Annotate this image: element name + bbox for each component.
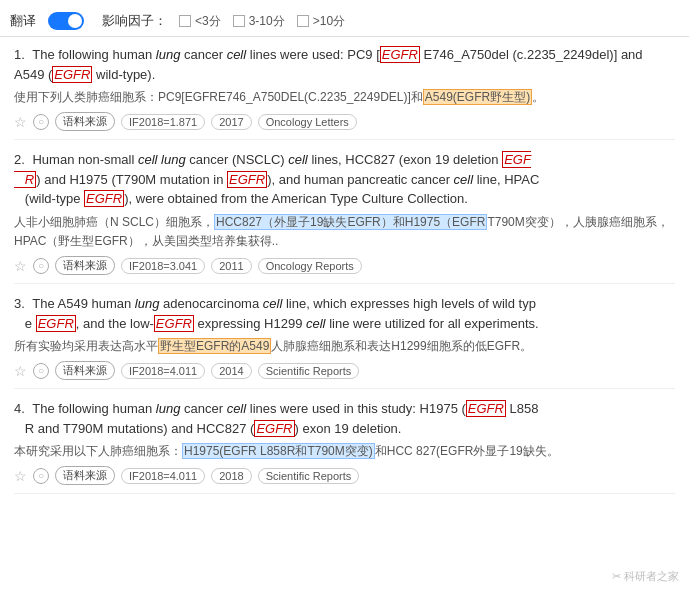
watermark: ✂ 科研者之家: [612, 569, 679, 584]
filter-3to10-checkbox[interactable]: [233, 15, 245, 27]
result-4-circle[interactable]: ○: [33, 468, 49, 484]
result-3-if-tag[interactable]: IF2018=4.011: [121, 363, 205, 379]
result-3-source-tag[interactable]: 语料来源: [55, 361, 115, 380]
result-2-meta: ☆ ○ 语料来源 IF2018=3.041 2011 Oncology Repo…: [14, 256, 675, 275]
result-3-circle[interactable]: ○: [33, 363, 49, 379]
result-2-english: 2. Human non-small cell lung cancer (NSC…: [14, 150, 675, 209]
result-1-year-tag[interactable]: 2017: [211, 114, 251, 130]
result-2-journal-tag[interactable]: Oncology Reports: [258, 258, 362, 274]
result-1-if-tag[interactable]: IF2018=1.871: [121, 114, 205, 130]
filter-lt3-label: <3分: [195, 13, 221, 30]
result-1-source-tag[interactable]: 语料来源: [55, 112, 115, 131]
filter-gt10-checkbox[interactable]: [297, 15, 309, 27]
result-3-year-tag[interactable]: 2014: [211, 363, 251, 379]
result-2-circle[interactable]: ○: [33, 258, 49, 274]
result-4-english: 4. The following human lung cancer cell …: [14, 399, 675, 438]
result-2: 2. Human non-small cell lung cancer (NSC…: [14, 150, 675, 284]
result-2-source-tag[interactable]: 语料来源: [55, 256, 115, 275]
result-4-highlight: H1975(EGFR L858R和T790M突变): [182, 443, 375, 459]
result-3-journal-tag[interactable]: Scientific Reports: [258, 363, 360, 379]
result-1-chinese: 使用下列人类肺癌细胞系：PC9[EGFRE746_A750DEL(C.2235_…: [14, 88, 675, 107]
result-3-number: 3.: [14, 296, 25, 311]
filter-3to10[interactable]: 3-10分: [233, 13, 285, 30]
result-4-journal-tag[interactable]: Scientific Reports: [258, 468, 360, 484]
result-2-chinese: 人非小细胞肺癌（N SCLC）细胞系，HCC827（外显子19缺失EGFR）和H…: [14, 213, 675, 251]
filter-lt3-checkbox[interactable]: [179, 15, 191, 27]
filter-3to10-label: 3-10分: [249, 13, 285, 30]
result-1-journal-tag[interactable]: Oncology Letters: [258, 114, 357, 130]
result-1: 1. The following human lung cancer cell …: [14, 45, 675, 140]
result-1-number: 1.: [14, 47, 25, 62]
results-container: 1. The following human lung cancer cell …: [0, 37, 689, 512]
result-4-chinese: 本研究采用以下人肺癌细胞系：H1975(EGFR L858R和T790M突变)和…: [14, 442, 675, 461]
result-2-number: 2.: [14, 152, 25, 167]
result-4-meta: ☆ ○ 语料来源 IF2018=4.011 2018 Scientific Re…: [14, 466, 675, 485]
result-1-highlight: A549(EGFR野生型): [423, 89, 532, 105]
result-3-english: 3. The A549 human lung adenocarcinoma ce…: [14, 294, 675, 333]
result-2-highlight1: HCC827（外显子19缺失EGFR）和H1975（EGFR: [214, 214, 487, 230]
result-4-star[interactable]: ☆: [14, 468, 27, 484]
result-4-year-tag[interactable]: 2018: [211, 468, 251, 484]
translate-label: 翻译: [10, 12, 36, 30]
result-1-meta: ☆ ○ 语料来源 IF2018=1.871 2017 Oncology Lett…: [14, 112, 675, 131]
result-1-english: 1. The following human lung cancer cell …: [14, 45, 675, 84]
result-4: 4. The following human lung cancer cell …: [14, 399, 675, 494]
filter-label: 影响因子：: [102, 12, 167, 30]
result-3-meta: ☆ ○ 语料来源 IF2018=4.011 2014 Scientific Re…: [14, 361, 675, 380]
filter-lt3[interactable]: <3分: [179, 13, 221, 30]
top-bar: 翻译 影响因子： <3分 3-10分 >10分: [0, 8, 689, 37]
result-1-star[interactable]: ☆: [14, 114, 27, 130]
result-4-number: 4.: [14, 401, 25, 416]
filter-gt10[interactable]: >10分: [297, 13, 345, 30]
result-2-year-tag[interactable]: 2011: [211, 258, 251, 274]
result-3: 3. The A549 human lung adenocarcinoma ce…: [14, 294, 675, 389]
result-3-highlight: 野生型EGFR的A549: [158, 338, 271, 354]
filter-gt10-label: >10分: [313, 13, 345, 30]
result-3-chinese: 所有实验均采用表达高水平野生型EGFR的A549人肺腺癌细胞系和表达H1299细…: [14, 337, 675, 356]
result-4-source-tag[interactable]: 语料来源: [55, 466, 115, 485]
translate-toggle[interactable]: [48, 12, 84, 30]
result-2-star[interactable]: ☆: [14, 258, 27, 274]
result-3-star[interactable]: ☆: [14, 363, 27, 379]
result-1-circle[interactable]: ○: [33, 114, 49, 130]
result-4-if-tag[interactable]: IF2018=4.011: [121, 468, 205, 484]
result-2-if-tag[interactable]: IF2018=3.041: [121, 258, 205, 274]
